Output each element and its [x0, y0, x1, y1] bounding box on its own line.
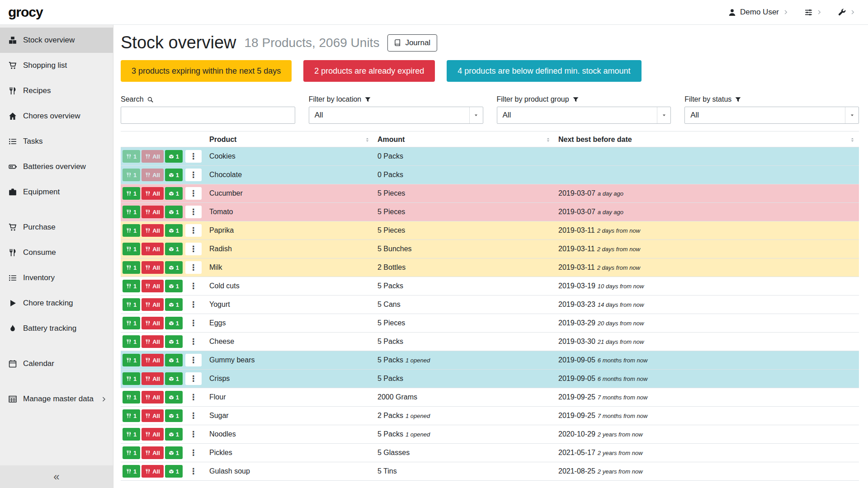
row-menu-button[interactable]: ⋮: [185, 280, 202, 292]
open-product-button[interactable]: 1: [165, 317, 183, 329]
open-product-button[interactable]: 1: [165, 150, 183, 163]
sidebar-item-batteries-overview[interactable]: Batteries overview: [0, 154, 113, 179]
consume-one-button[interactable]: 1: [123, 224, 140, 237]
row-menu-button[interactable]: ⋮: [185, 335, 202, 348]
open-product-button[interactable]: 1: [165, 335, 183, 348]
consume-one-button[interactable]: 1: [123, 187, 140, 200]
open-product-button[interactable]: 1: [165, 224, 183, 237]
consume-one-button[interactable]: 1: [123, 317, 140, 329]
column-header-next-best-before-date[interactable]: Next best before date: [555, 131, 859, 147]
open-product-button[interactable]: 1: [165, 280, 183, 292]
consume-all-button[interactable]: All: [142, 354, 164, 366]
open-product-button[interactable]: 1: [165, 428, 183, 441]
consume-all-button[interactable]: All: [142, 372, 164, 385]
row-menu-button[interactable]: ⋮: [185, 206, 202, 218]
sidebar-item-manage-master-data[interactable]: Manage master data: [0, 386, 113, 412]
consume-all-button[interactable]: All: [142, 298, 164, 311]
row-menu-button[interactable]: ⋮: [185, 224, 202, 237]
open-product-button[interactable]: 1: [165, 169, 183, 181]
consume-all-button[interactable]: All: [142, 261, 164, 274]
expiring-soon-button[interactable]: 3 products expiring within the next 5 da…: [121, 60, 292, 82]
grocy-logo[interactable]: grocy: [8, 5, 43, 20]
open-product-button[interactable]: 1: [165, 391, 183, 404]
row-menu-button[interactable]: ⋮: [185, 372, 202, 385]
sidebar-item-inventory[interactable]: Inventory: [0, 265, 113, 291]
consume-all-button[interactable]: All: [142, 206, 164, 218]
open-product-button[interactable]: 1: [165, 354, 183, 366]
consume-all-button[interactable]: All: [142, 335, 164, 348]
consume-all-button[interactable]: All: [142, 243, 164, 255]
consume-one-button[interactable]: 1: [123, 280, 140, 292]
consume-all-button[interactable]: All: [142, 317, 164, 329]
row-menu-button[interactable]: ⋮: [185, 465, 202, 478]
consume-one-button[interactable]: 1: [123, 298, 140, 311]
row-menu-button[interactable]: ⋮: [185, 243, 202, 255]
consume-all-button[interactable]: All: [142, 446, 164, 459]
sidebar-item-calendar[interactable]: Calendar: [0, 351, 113, 376]
consume-one-button[interactable]: 1: [123, 391, 140, 404]
open-product-button[interactable]: 1: [165, 372, 183, 385]
row-menu-button[interactable]: ⋮: [185, 169, 202, 181]
consume-all-button[interactable]: All: [142, 391, 164, 404]
row-menu-button[interactable]: ⋮: [185, 317, 202, 329]
row-menu-button[interactable]: ⋮: [185, 298, 202, 311]
sidebar-item-purchase[interactable]: Purchase: [0, 215, 113, 240]
column-header-amount[interactable]: Amount: [374, 131, 555, 147]
consume-one-button[interactable]: 1: [123, 243, 140, 255]
sidebar-item-recipes[interactable]: Recipes: [0, 78, 113, 103]
consume-all-button[interactable]: All: [142, 428, 164, 441]
row-menu-button[interactable]: ⋮: [185, 428, 202, 441]
row-menu-button[interactable]: ⋮: [185, 446, 202, 459]
open-product-button[interactable]: 1: [165, 465, 183, 478]
consume-one-button[interactable]: 1: [123, 372, 140, 385]
open-product-button[interactable]: 1: [165, 409, 183, 422]
consume-all-button[interactable]: All: [142, 150, 164, 163]
consume-one-button[interactable]: 1: [123, 428, 140, 441]
sidebar-item-chore-tracking[interactable]: Chore tracking: [0, 291, 113, 316]
status-select[interactable]: All: [684, 107, 859, 124]
open-product-button[interactable]: 1: [165, 298, 183, 311]
open-product-button[interactable]: 1: [165, 261, 183, 274]
row-menu-button[interactable]: ⋮: [185, 150, 202, 163]
consume-one-button[interactable]: 1: [123, 409, 140, 422]
consume-one-button[interactable]: 1: [123, 261, 140, 274]
product-group-select[interactable]: All: [497, 107, 671, 124]
sidebar-item-stock-overview[interactable]: Stock overview: [0, 28, 113, 53]
consume-one-button[interactable]: 1: [123, 206, 140, 218]
sidebar-item-tasks[interactable]: Tasks: [0, 129, 113, 154]
row-menu-button[interactable]: ⋮: [185, 409, 202, 422]
consume-one-button[interactable]: 1: [123, 465, 140, 478]
admin-menu[interactable]: [838, 9, 855, 16]
column-header-product[interactable]: Product: [206, 131, 374, 147]
open-product-button[interactable]: 1: [165, 206, 183, 218]
consume-one-button[interactable]: 1: [123, 335, 140, 348]
consume-all-button[interactable]: All: [142, 224, 164, 237]
open-product-button[interactable]: 1: [165, 243, 183, 255]
sidebar-collapse-button[interactable]: «: [0, 465, 113, 488]
consume-one-button[interactable]: 1: [123, 169, 140, 181]
location-select[interactable]: All: [309, 107, 483, 124]
consume-all-button[interactable]: All: [142, 280, 164, 292]
sidebar-item-shopping-list[interactable]: Shopping list: [0, 53, 113, 78]
sidebar-item-equipment[interactable]: Equipment: [0, 179, 113, 205]
below-min-stock-button[interactable]: 4 products are below defined min. stock …: [447, 60, 641, 82]
sidebar-item-consume[interactable]: Consume: [0, 240, 113, 265]
row-menu-button[interactable]: ⋮: [185, 187, 202, 200]
open-product-button[interactable]: 1: [165, 187, 183, 200]
consume-all-button[interactable]: All: [142, 409, 164, 422]
consume-all-button[interactable]: All: [142, 187, 164, 200]
journal-button[interactable]: Journal: [387, 34, 437, 52]
row-menu-button[interactable]: ⋮: [185, 354, 202, 366]
expired-products-button[interactable]: 2 products are already expired: [303, 60, 435, 82]
consume-all-button[interactable]: All: [142, 465, 164, 478]
consume-one-button[interactable]: 1: [123, 150, 140, 163]
open-product-button[interactable]: 1: [165, 446, 183, 459]
consume-one-button[interactable]: 1: [123, 446, 140, 459]
search-input[interactable]: [121, 107, 295, 124]
row-menu-button[interactable]: ⋮: [185, 261, 202, 274]
sidebar-item-chores-overview[interactable]: Chores overview: [0, 103, 113, 129]
consume-one-button[interactable]: 1: [123, 354, 140, 366]
stock-settings-menu[interactable]: [805, 9, 822, 16]
consume-all-button[interactable]: All: [142, 169, 164, 181]
user-menu[interactable]: Demo User: [728, 8, 788, 17]
